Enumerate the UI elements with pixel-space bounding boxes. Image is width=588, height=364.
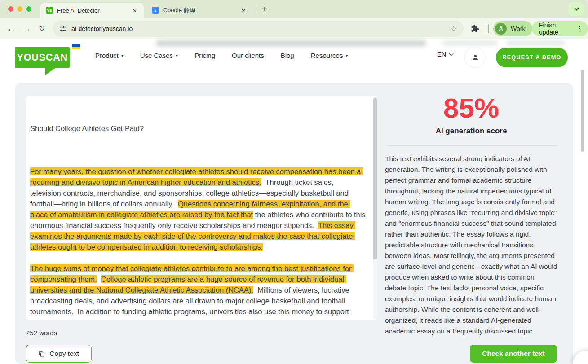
essay-text: Should College Athletes Get Paid? For ma… xyxy=(26,96,377,320)
browser-window: YS Free AI Detector × 文 Google 翻译 × + ← … xyxy=(0,0,588,364)
nav-item-label: Product xyxy=(95,52,119,59)
tab-free-ai-detector[interactable]: YS Free AI Detector × xyxy=(40,3,144,18)
minimize-window-button[interactable] xyxy=(17,6,22,12)
check-another-text-button[interactable]: Check another text xyxy=(470,345,557,363)
essay-paragraphs: For many years, the question of whether … xyxy=(30,166,366,320)
tab-google-translate[interactable]: 文 Google 翻译 × xyxy=(146,3,252,18)
blurred-page-text xyxy=(156,40,426,46)
copy-text-label: Copy text xyxy=(49,350,79,358)
ai-score: 85% xyxy=(385,94,557,122)
chat-widget-bubble[interactable] xyxy=(573,351,588,364)
nav-item-our-clients[interactable]: Our clients xyxy=(232,52,264,59)
chevron-down-icon: ▾ xyxy=(345,53,348,58)
divider xyxy=(385,145,557,146)
close-tab-icon[interactable]: × xyxy=(240,7,247,14)
nav-item-label: Our clients xyxy=(232,52,264,59)
finish-update-button[interactable]: Finish update ⋮ xyxy=(532,21,588,36)
page-scrollbar-thumb[interactable] xyxy=(581,70,584,152)
analysis-text: This text exhibits several strong indica… xyxy=(385,153,557,337)
nav-item-resources[interactable]: Resources▾ xyxy=(311,52,348,59)
profile-name: Work xyxy=(511,25,525,32)
nav-item-label: Pricing xyxy=(195,52,215,59)
essay-paragraph: The huge sums of money that collegiate a… xyxy=(30,263,366,320)
nav-item-product[interactable]: Product▾ xyxy=(95,52,124,59)
nav-item-pricing[interactable]: Pricing xyxy=(195,52,215,59)
maximize-window-button[interactable] xyxy=(26,6,31,12)
word-count: 252 words xyxy=(26,329,57,337)
youscan-logo-text: YOUSCAN xyxy=(15,47,70,68)
request-demo-button[interactable]: REQUEST A DEMO xyxy=(496,48,568,67)
main-nav: Product▾Use Cases▾PricingOur clientsBlog… xyxy=(95,50,348,60)
essay-title: Should College Athletes Get Paid? xyxy=(30,123,366,134)
toolbar-separator xyxy=(488,24,489,33)
nav-item-label: Blog xyxy=(281,52,294,59)
chevron-down-icon xyxy=(574,6,579,11)
result-column: 85% AI generation score This text exhibi… xyxy=(385,83,557,337)
extensions-icon[interactable] xyxy=(471,24,479,35)
ai-score-label: AI generation score xyxy=(385,127,557,136)
youscan-logo[interactable]: YOUSCAN xyxy=(15,47,96,76)
chevron-down-icon: ▾ xyxy=(121,53,124,58)
bookmark-star-icon[interactable]: ☆ xyxy=(450,24,457,34)
blurred-page-text xyxy=(442,41,497,45)
nav-item-label: Use Cases xyxy=(140,52,173,59)
copy-text-button[interactable]: Copy text xyxy=(26,345,92,363)
tab-strip: YS Free AI Detector × 文 Google 翻译 × + xyxy=(0,0,588,18)
blurred-page-text xyxy=(507,41,565,45)
language-selector[interactable]: EN xyxy=(437,51,453,58)
tab-title: Google 翻译 xyxy=(163,6,236,14)
tab-title: Free AI Detector xyxy=(57,7,127,14)
essay-paragraph: For many years, the question of whether … xyxy=(30,166,366,252)
reload-button[interactable]: ↻ xyxy=(39,23,45,34)
finish-update-label: Finish update xyxy=(539,22,572,36)
chevron-down-icon: ▾ xyxy=(176,53,178,58)
copy-icon xyxy=(38,351,45,357)
browser-profile-button[interactable]: A Work xyxy=(493,21,532,36)
ukraine-flag-icon xyxy=(72,44,80,49)
logo-speech-tail xyxy=(45,68,55,75)
address-bar[interactable]: ai-detector.youscan.io ☆ xyxy=(53,21,464,37)
browser-toolbar: ← → ↻ ai-detector.youscan.io ☆ A Work Fi… xyxy=(0,18,588,39)
tab-divider xyxy=(256,5,256,13)
detector-panel: Should College Athletes Get Paid? For ma… xyxy=(15,83,573,364)
close-tab-icon[interactable]: × xyxy=(131,7,138,14)
profile-avatar: A xyxy=(495,23,507,35)
essay-card[interactable]: Should College Athletes Get Paid? For ma… xyxy=(26,96,377,320)
site-header: YOUSCAN Product▾Use Cases▾PricingOur cli… xyxy=(0,39,588,83)
nav-item-blog[interactable]: Blog xyxy=(281,52,294,59)
youscan-favicon-icon: YS xyxy=(46,7,53,14)
account-button[interactable] xyxy=(464,47,486,68)
google-translate-favicon-icon: 文 xyxy=(152,7,159,14)
url-text[interactable]: ai-detector.youscan.io xyxy=(71,25,133,32)
forward-button[interactable]: → xyxy=(22,23,31,34)
essay-scrollbar-thumb[interactable] xyxy=(373,98,377,259)
browser-menu-icon[interactable]: ⋮ xyxy=(576,25,583,33)
nav-item-use-cases[interactable]: Use Cases▾ xyxy=(140,52,178,59)
back-button[interactable]: ← xyxy=(7,23,16,34)
close-window-button[interactable] xyxy=(8,6,13,12)
plain-text xyxy=(97,275,101,283)
site-info-icon[interactable] xyxy=(59,25,66,32)
tab-search-button[interactable] xyxy=(568,2,584,16)
new-tab-button[interactable]: + xyxy=(259,4,270,14)
language-label: EN xyxy=(437,51,446,58)
chevron-down-icon xyxy=(449,52,454,56)
nav-item-label: Resources xyxy=(311,52,343,59)
person-icon xyxy=(471,53,479,61)
